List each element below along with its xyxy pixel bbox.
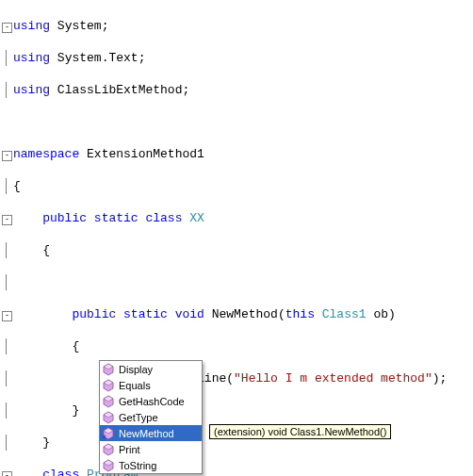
- extension-method-icon: [102, 427, 115, 440]
- intellisense-item-label: GetHashCode: [119, 396, 185, 407]
- intellisense-item-label: ToString: [119, 460, 156, 471]
- method-icon: [102, 363, 115, 376]
- method-icon: [102, 395, 115, 408]
- intellisense-item[interactable]: Equals: [100, 377, 202, 393]
- intellisense-item-label: Display: [119, 364, 153, 375]
- fold-icon[interactable]: -: [2, 471, 12, 476]
- intellisense-item[interactable]: NewMethod: [100, 425, 202, 441]
- intellisense-item-label: Equals: [119, 380, 151, 391]
- intellisense-item[interactable]: GetType: [100, 409, 202, 425]
- intellisense-item[interactable]: GetHashCode: [100, 393, 202, 409]
- intellisense-item[interactable]: ToString: [100, 457, 202, 473]
- intellisense-item-label: Print: [119, 444, 140, 455]
- method-icon: [102, 443, 115, 456]
- intellisense-item[interactable]: Print: [100, 441, 202, 457]
- method-icon: [102, 459, 115, 472]
- code-editor[interactable]: -using System; using System.Text; using …: [0, 0, 473, 476]
- intellisense-popup[interactable]: DisplayEqualsGetHashCodeGetTypeNewMethod…: [99, 360, 203, 474]
- intellisense-item[interactable]: Display: [100, 361, 202, 377]
- intellisense-item-label: GetType: [119, 412, 158, 423]
- intellisense-tooltip: (extension) void Class1.NewMethod(): [209, 424, 391, 439]
- fold-icon[interactable]: -: [2, 23, 12, 33]
- method-icon: [102, 411, 115, 424]
- method-icon: [102, 379, 115, 392]
- intellisense-item-label: NewMethod: [119, 428, 174, 439]
- fold-icon[interactable]: -: [2, 311, 12, 321]
- fold-icon[interactable]: -: [2, 215, 12, 225]
- fold-icon[interactable]: -: [2, 151, 12, 161]
